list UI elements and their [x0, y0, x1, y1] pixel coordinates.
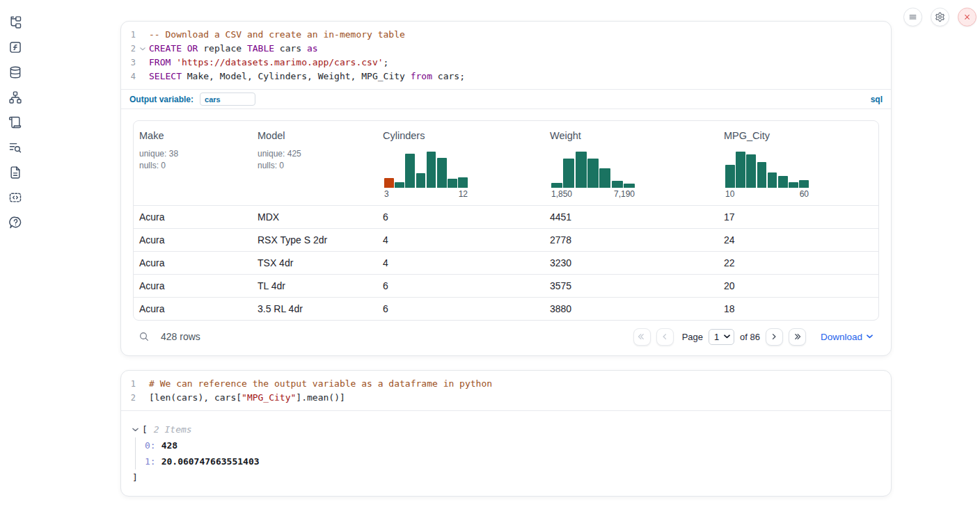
column-header-make[interactable]: Make unique: 38 nulls: 0 — [134, 121, 252, 205]
histogram-axis-labels: 1,8507,190 — [551, 189, 635, 199]
histogram-bar — [416, 173, 426, 188]
page-select[interactable]: 1 — [709, 329, 734, 345]
histogram-bar — [384, 178, 394, 188]
data-table: Make unique: 38 nulls: 0 Model unique: 4… — [133, 120, 879, 321]
sidebar-item-dependency-graph[interactable] — [8, 90, 22, 104]
fold-toggle[interactable] — [136, 42, 149, 56]
file-tree-icon — [8, 15, 22, 29]
histogram-bar — [612, 181, 623, 188]
row-count: 428 rows — [161, 331, 200, 342]
table-footer: 428 rows Page 1 of 86 — [133, 321, 879, 353]
list-output-tree: [ 2 Items 0:428 1:20.060747663551403 ] — [132, 421, 880, 485]
settings-button[interactable] — [931, 8, 949, 26]
chevron-left-icon — [661, 332, 669, 341]
line-number: 2 — [121, 42, 136, 56]
table-row: AcuraRSX Type S 2dr4277824 — [134, 228, 878, 251]
sidebar-item-variables[interactable] — [8, 40, 22, 54]
histogram-bar — [725, 165, 735, 188]
document-icon — [8, 166, 22, 179]
table-row: Acura3.5 RL 4dr6388018 — [134, 297, 878, 320]
weight-histogram[interactable]: 1,8507,190 — [551, 152, 635, 199]
notebook-controls — [903, 8, 977, 26]
histogram-bar — [624, 184, 635, 188]
list-close-bracket: ] — [132, 469, 880, 485]
sidebar-item-datasources[interactable] — [8, 65, 22, 79]
last-page-button[interactable] — [789, 328, 806, 346]
histogram-bar — [427, 152, 436, 188]
helper-sidebar — [0, 0, 31, 507]
line-number: 1 — [121, 28, 136, 42]
search-icon[interactable] — [139, 331, 150, 342]
column-header-cylinders[interactable]: Cylinders 312 — [377, 121, 544, 205]
histogram-bar — [395, 182, 404, 188]
table-header: Make unique: 38 nulls: 0 Model unique: 4… — [134, 121, 878, 205]
mpg-city-histogram[interactable]: 1060 — [725, 152, 809, 199]
database-icon — [8, 65, 22, 79]
python-code-editor[interactable]: 1 # We can reference the output variable… — [121, 371, 891, 410]
dependency-graph-icon — [8, 90, 22, 104]
shutdown-button[interactable] — [958, 8, 977, 26]
python-cell: 1 # We can reference the output variable… — [120, 370, 892, 497]
list-item: 0:428 — [145, 437, 880, 453]
column-header-mpg-city[interactable]: MPG_City 1060 — [718, 121, 878, 205]
histogram-bar — [405, 154, 415, 188]
first-page-button[interactable] — [633, 328, 651, 346]
table-row: AcuraTL 4dr6357520 — [134, 274, 878, 297]
menu-button[interactable] — [903, 8, 922, 26]
sql-cell-output: Make unique: 38 nulls: 0 Model unique: 4… — [121, 108, 891, 355]
column-label: Cylinders — [383, 130, 539, 141]
column-header-weight[interactable]: Weight 1,8507,190 — [544, 121, 718, 205]
code-line: 2 CREATE OR replace TABLE cars as — [121, 42, 891, 56]
histogram-bar — [458, 177, 468, 188]
prev-page-button[interactable] — [656, 328, 674, 346]
output-variable-input[interactable] — [200, 92, 255, 106]
column-label: MPG_City — [724, 130, 873, 141]
snippets-icon — [8, 191, 22, 204]
line-number: 3 — [121, 56, 136, 70]
histogram-bar — [437, 158, 447, 188]
sidebar-item-file-explorer[interactable] — [8, 15, 22, 29]
sidebar-item-snippets[interactable] — [8, 191, 22, 204]
sidebar-item-help[interactable] — [8, 216, 22, 230]
help-icon — [8, 216, 22, 230]
histogram-bar — [551, 183, 562, 188]
histogram-bar — [587, 159, 599, 188]
chevrons-left-icon — [638, 332, 646, 341]
pagination: Page 1 of 86 Download — [633, 328, 875, 346]
histogram-bar — [563, 159, 574, 188]
histogram-bar — [736, 152, 745, 188]
chevron-right-icon — [770, 332, 778, 341]
line-number: 4 — [121, 70, 136, 83]
function-square-icon — [8, 40, 22, 54]
code-line: 3 FROM 'https://datasets.marimo.app/cars… — [121, 56, 891, 70]
cylinders-histogram[interactable]: 312 — [384, 152, 468, 199]
column-label: Model — [258, 130, 372, 141]
sidebar-item-documentation[interactable] — [8, 166, 22, 179]
histogram-bar — [746, 154, 756, 188]
chevron-down-icon — [132, 428, 139, 432]
collapse-toggle[interactable] — [132, 428, 139, 432]
chevron-down-icon — [867, 335, 873, 339]
logs-search-icon — [8, 140, 22, 154]
gear-icon — [935, 12, 945, 22]
next-page-button[interactable] — [766, 328, 783, 346]
histogram-axis-labels: 1060 — [725, 189, 809, 199]
page-label: Page — [682, 332, 703, 342]
list-items: 0:428 1:20.060747663551403 — [135, 437, 880, 469]
table-row: AcuraTSX 4dr4323022 — [134, 251, 878, 274]
code-line: 1 # We can reference the output variable… — [121, 377, 891, 391]
histogram-bar — [757, 162, 767, 188]
histogram-bar — [448, 179, 457, 188]
sidebar-item-scratchpad[interactable] — [8, 115, 22, 129]
python-cell-output: [ 2 Items 0:428 1:20.060747663551403 ] — [121, 410, 891, 496]
items-count-label: 2 Items — [154, 421, 192, 437]
histogram-bar — [599, 168, 610, 188]
column-header-model[interactable]: Model unique: 425 nulls: 0 — [252, 121, 377, 205]
sidebar-item-logs[interactable] — [8, 140, 22, 154]
page-total-label: of 86 — [740, 332, 760, 342]
download-button[interactable]: Download — [821, 332, 873, 342]
sql-code-editor[interactable]: 1 -- Download a CSV and create an in-mem… — [121, 22, 891, 89]
code-line: 1 -- Download a CSV and create an in-mem… — [121, 28, 891, 42]
chevron-down-icon — [140, 47, 145, 51]
column-stats: unique: 38 nulls: 0 — [139, 148, 246, 171]
